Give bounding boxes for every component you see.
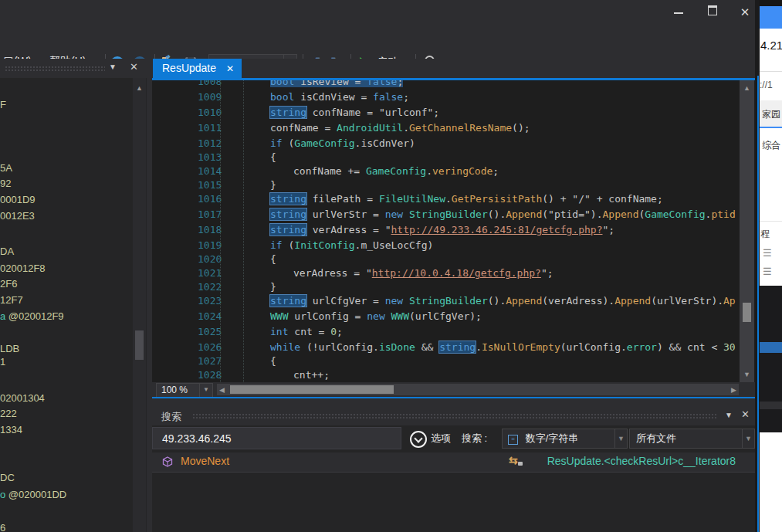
code-editor[interactable]: 1008bool isReview = false;1009bool isCdn…	[152, 80, 740, 382]
tab-title: ResUpdate	[162, 62, 216, 74]
minimize-button[interactable]	[669, 5, 689, 20]
search-options-area: 选项 搜索 : = 数字/字符串 ▼ 所有文件 ▼	[401, 427, 755, 451]
scroll-up-icon[interactable]: ▲	[740, 84, 754, 92]
method-cube-icon	[162, 456, 173, 467]
code-line[interactable]: 1027{	[152, 355, 740, 368]
code-line[interactable]: 1014confName += GameConfig.veringCode;	[152, 164, 740, 179]
sidebar-item: o @020001DD	[0, 489, 66, 500]
sidebar-item: 12F7	[0, 294, 23, 306]
zoom-value: 100 %	[157, 385, 188, 395]
code-line[interactable]: 1028cnt++;	[152, 368, 740, 382]
code-line[interactable]: 1012if (GameConfig.isCdnVer)	[152, 136, 740, 151]
panel-close-icon[interactable]: ✕	[130, 61, 138, 73]
panel-menu-chevron-icon[interactable]: ▼	[109, 63, 117, 71]
scrollbar-thumb[interactable]	[135, 330, 144, 360]
left-panel-scrollbar[interactable]: ▲	[133, 78, 146, 532]
line-number: 1014	[152, 164, 224, 179]
sidebar-item: 1	[0, 356, 5, 368]
code-line[interactable]: 1008bool isReview = false;	[152, 80, 740, 90]
code-line[interactable]: 1026while (!urlConfig.isDone && string.I…	[152, 340, 740, 355]
scroll-left-icon[interactable]: ◀	[219, 386, 225, 394]
line-number: 1021	[152, 266, 224, 281]
scrollbar-thumb[interactable]	[743, 303, 751, 322]
code-line[interactable]: 1020{	[152, 253, 740, 266]
search-scope-value: 所有文件	[630, 432, 676, 444]
line-number: 1025	[152, 324, 224, 340]
sidebar-item: 5A	[0, 162, 12, 174]
browser-header	[760, 6, 782, 29]
search-scope-combo[interactable]: 所有文件 ▼	[629, 429, 755, 449]
scroll-down-icon[interactable]: ▼	[740, 371, 754, 378]
panel-menu-chevron-icon[interactable]: ▼	[725, 411, 733, 419]
code-line[interactable]: 1024WWW urlConfig = new WWW(urlCfgVer);	[152, 309, 740, 324]
line-number: 1015	[152, 179, 224, 191]
code-line[interactable]: 1016string filePath = FileUtilNew.GetPer…	[152, 191, 740, 207]
scroll-up-icon[interactable]: ▲	[133, 84, 146, 92]
sidebar-item: 2F6	[0, 278, 17, 290]
line-number: 1009	[152, 90, 224, 105]
iterator-class-icon: ⇆	[509, 454, 518, 466]
chevron-down-icon[interactable]: ▼	[742, 429, 754, 448]
code-line[interactable]: 1021verAdress = "http://10.0.4.18/getcfg…	[152, 266, 740, 281]
lock-icon	[518, 462, 523, 466]
line-number: 1016	[152, 191, 224, 207]
options-label[interactable]: 选项	[431, 432, 451, 446]
result-location[interactable]: ResUpdate.<checkResUrl>c__Iterator8	[547, 455, 736, 467]
background-browser-window: 4.21 ://1 家园 综合 程 ☰ ☰	[760, 0, 782, 532]
list-icon: ☰	[763, 266, 772, 277]
line-number: 1022	[152, 281, 224, 293]
search-query-value: 49.233.46.245	[162, 432, 232, 445]
line-number: 1023	[152, 293, 224, 309]
sidebar-item: 020012F8	[0, 263, 46, 274]
result-method-name[interactable]: MoveNext	[181, 455, 229, 467]
maximize-button[interactable]	[702, 5, 723, 20]
panel-close-icon[interactable]: ✕	[741, 408, 750, 420]
editor-hscrollbar[interactable]: ◀ ▶	[217, 384, 739, 395]
tab-resupdate[interactable]: ResUpdate ✕	[153, 59, 242, 78]
editor-panel-separator	[152, 397, 755, 398]
zoom-combo[interactable]: 100 % ▼	[156, 383, 213, 398]
code-line[interactable]: 1013{	[152, 151, 740, 164]
code-line[interactable]: 1019if (InitConfig.m_UseLocCfg)	[152, 238, 740, 253]
close-button[interactable]: ✕	[735, 5, 755, 20]
code-line[interactable]: 1010string confName = "urlconf";	[152, 105, 740, 120]
search-query-input[interactable]: 49.233.46.245	[152, 427, 401, 449]
sidebar-item: 92	[0, 178, 11, 189]
code-line[interactable]: 1018string verAdress = "http://49.233.46…	[152, 222, 740, 238]
line-number: 1024	[152, 309, 224, 324]
left-panel-header[interactable]: ▼ ✕	[0, 59, 147, 78]
line-number: 1027	[152, 355, 224, 368]
scroll-right-icon[interactable]: ▶	[731, 386, 736, 394]
line-number: 1013	[152, 151, 224, 164]
code-line[interactable]: 1009bool isCdnView = false;	[152, 90, 740, 105]
code-line[interactable]: 1011confName = AndroidUtil.GetChannelRes…	[152, 120, 740, 136]
line-number: 1019	[152, 238, 224, 253]
bg-text-2: ://1	[760, 80, 773, 90]
code-line[interactable]: 1023string urlCfgVer = new StringBuilder…	[152, 293, 740, 309]
editor-vscrollbar[interactable]: ▲ ▼	[740, 80, 754, 382]
code-line[interactable]: 1022}	[152, 281, 740, 293]
search-type-combo[interactable]: = 数字/字符串 ▼	[502, 429, 628, 449]
search-result-row[interactable]: MoveNext ⇆ ResUpdate.<checkResUrl>c__Ite…	[152, 452, 755, 473]
search-input-row: 49.233.46.245 选项 搜索 : = 数字/字符串 ▼ 所有文件 ▼	[152, 427, 755, 451]
search-panel-header[interactable]: 搜索 ▼ ✕	[152, 407, 755, 425]
scrollbar-thumb[interactable]	[230, 385, 394, 394]
code-line[interactable]: 1025int cnt = 0;	[152, 324, 740, 340]
bg-dark-block	[760, 286, 782, 432]
code-line[interactable]: 1017string urlVerStr = new StringBuilder…	[152, 207, 740, 222]
options-circle-chevron-icon[interactable]	[410, 431, 427, 448]
line-number: 1026	[152, 340, 224, 355]
sidebar-item: a @020012F9	[0, 310, 64, 322]
sidebar-item: 222	[0, 408, 17, 419]
search-type-value: 数字/字符串	[526, 432, 579, 444]
maximize-icon	[708, 5, 717, 15]
chevron-down-icon[interactable]: ▼	[614, 429, 627, 448]
title-bar: ✕	[0, 0, 755, 23]
bg-text-4: 综合	[762, 139, 780, 152]
sidebar-item: 6	[0, 522, 5, 532]
chevron-down-icon[interactable]: ▼	[199, 384, 212, 397]
tab-close-icon[interactable]: ✕	[226, 63, 234, 74]
list-icon: =	[508, 435, 518, 445]
line-number: 1017	[152, 207, 224, 222]
code-line[interactable]: 1015}	[152, 179, 740, 191]
